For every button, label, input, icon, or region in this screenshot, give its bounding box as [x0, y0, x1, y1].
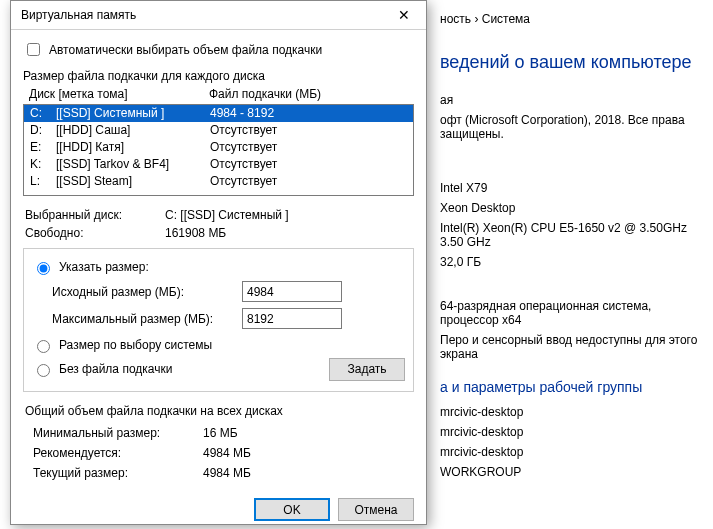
sys-pen: Перо и сенсорный ввод недоступны для это… — [440, 333, 703, 361]
recommended-label: Рекомендуется: — [33, 446, 203, 460]
dialog-buttons: OK Отмена — [11, 488, 426, 529]
close-icon: ✕ — [398, 7, 410, 23]
sys-workgroup: WORKGROUP — [440, 465, 703, 479]
drive-letter: L: — [30, 173, 56, 190]
max-size-input[interactable] — [242, 308, 342, 329]
dialog-title: Виртуальная память — [21, 8, 136, 22]
drive-pagefile: 4984 - 8192 — [210, 105, 409, 122]
set-button[interactable]: Задать — [329, 358, 405, 381]
recommended-value: 4984 МБ — [203, 446, 414, 460]
radio-custom-size-label[interactable]: Указать размер: — [59, 260, 149, 274]
size-group: Указать размер: Исходный размер (МБ): Ма… — [23, 248, 414, 392]
radio-custom-size[interactable] — [37, 262, 50, 275]
sys-pcname-3: mrcivic-desktop — [440, 445, 703, 459]
auto-manage-label[interactable]: Автоматически выбирать объем файла подка… — [49, 43, 322, 57]
drive-letter: E: — [30, 139, 56, 156]
sys-pcname-1: mrcivic-desktop — [440, 405, 703, 419]
sys-cpu: Intel(R) Xeon(R) CPU E5-1650 v2 @ 3.50GH… — [440, 221, 703, 249]
drive-pagefile: Отсутствует — [210, 139, 409, 156]
virtual-memory-dialog: Виртуальная память ✕ Автоматически выбир… — [10, 0, 427, 525]
drive-letter: K: — [30, 156, 56, 173]
sys-pcname-2: mrcivic-desktop — [440, 425, 703, 439]
drive-pagefile: Отсутствует — [210, 122, 409, 139]
drive-row[interactable]: K:[[SSD] Tarkov & BF4]Отсутствует — [24, 156, 413, 173]
col-pagefile: Файл подкачки (МБ) — [209, 87, 321, 101]
cancel-button[interactable]: Отмена — [338, 498, 414, 521]
sys-ram: 32,0 ГБ — [440, 255, 703, 269]
sys-edition-line: ая — [440, 93, 703, 107]
breadcrumb[interactable]: ность › Система — [440, 12, 703, 26]
sys-model: Intel X79 — [440, 181, 703, 195]
sys-platform: Xeon Desktop — [440, 201, 703, 215]
ok-button[interactable]: OK — [254, 498, 330, 521]
radio-system-managed[interactable] — [37, 340, 50, 353]
selected-drive-value: C: [[SSD] Системный ] — [165, 208, 414, 222]
drive-row[interactable]: E:[[HDD] Катя]Отсутствует — [24, 139, 413, 156]
free-space-label: Свободно: — [25, 226, 165, 240]
free-space-value: 161908 МБ — [165, 226, 414, 240]
sys-os: 64-разрядная операционная система, проце… — [440, 299, 703, 327]
page-title: ведений о вашем компьютере — [440, 52, 703, 73]
drive-list[interactable]: C:[[SSD] Системный ]4984 - 8192D:[[HDD] … — [23, 104, 414, 196]
drive-letter: C: — [30, 105, 56, 122]
sys-section-workgroup: а и параметры рабочей группы — [440, 379, 703, 395]
auto-manage-checkbox[interactable] — [27, 43, 40, 56]
current-size-value: 4984 МБ — [203, 466, 414, 480]
drive-pagefile: Отсутствует — [210, 156, 409, 173]
drive-label: [[HDD] Саша] — [56, 122, 210, 139]
min-size-label: Минимальный размер: — [33, 426, 203, 440]
drive-label: [[SSD] Системный ] — [56, 105, 210, 122]
drive-row[interactable]: D:[[HDD] Саша]Отсутствует — [24, 122, 413, 139]
radio-system-managed-label[interactable]: Размер по выбору системы — [59, 338, 212, 352]
drive-row[interactable]: L:[[SSD] Steam]Отсутствует — [24, 173, 413, 190]
drive-row[interactable]: C:[[SSD] Системный ]4984 - 8192 — [24, 105, 413, 122]
drive-list-header: Диск [метка тома] Файл подкачки (МБ) — [23, 85, 414, 103]
max-size-label: Максимальный размер (МБ): — [52, 312, 232, 326]
min-size-value: 16 МБ — [203, 426, 414, 440]
current-size-label: Текущий размер: — [33, 466, 203, 480]
radio-no-pagefile[interactable] — [37, 364, 50, 377]
radio-no-pagefile-label[interactable]: Без файла подкачки — [59, 362, 172, 376]
initial-size-label: Исходный размер (МБ): — [52, 285, 232, 299]
per-drive-label: Размер файла подкачки для каждого диска — [23, 69, 414, 83]
titlebar: Виртуальная память ✕ — [11, 1, 426, 30]
drive-label: [[SSD] Steam] — [56, 173, 210, 190]
drive-label: [[SSD] Tarkov & BF4] — [56, 156, 210, 173]
initial-size-input[interactable] — [242, 281, 342, 302]
drive-label: [[HDD] Катя] — [56, 139, 210, 156]
col-disk: Диск [метка тома] — [29, 87, 209, 101]
total-group-label: Общий объем файла подкачки на всех диска… — [23, 404, 414, 418]
close-button[interactable]: ✕ — [382, 1, 426, 29]
sys-copyright: офт (Microsoft Corporation), 2018. Все п… — [440, 113, 703, 141]
drive-letter: D: — [30, 122, 56, 139]
selected-drive-label: Выбранный диск: — [25, 208, 165, 222]
drive-pagefile: Отсутствует — [210, 173, 409, 190]
